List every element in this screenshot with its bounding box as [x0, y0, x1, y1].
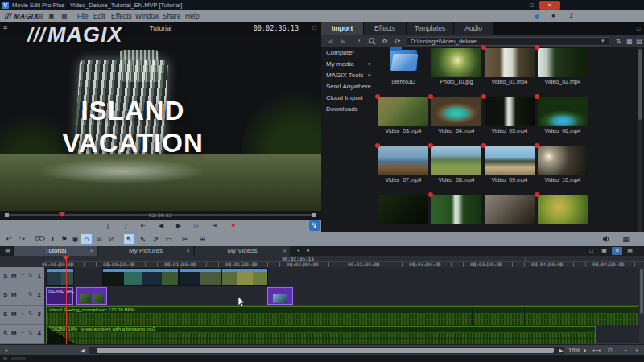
pin-icon[interactable]: ◻ — [636, 25, 641, 31]
solo-button[interactable]: S — [3, 272, 7, 279]
menu-help[interactable]: Help — [182, 10, 202, 22]
curve-icon[interactable]: ~ — [21, 311, 24, 316]
maximize-button[interactable]: □ — [525, 1, 538, 10]
preview-fullscreen-icon[interactable]: □ — [312, 24, 316, 31]
tree-item-magix-tools[interactable]: MAGIX Tools — [326, 71, 373, 80]
fade-in-handle[interactable] — [47, 327, 76, 344]
scrollbar-thumb[interactable] — [640, 269, 643, 314]
magnet-icon[interactable]: ∩ — [80, 233, 93, 245]
tree-item-computer[interactable]: Computer — [326, 48, 373, 58]
binoculars-icon[interactable]: ◉ — [69, 233, 81, 245]
jump-end-button[interactable]: ⇥ — [207, 220, 221, 231]
title-clip[interactable] — [76, 287, 107, 305]
zoom-in-button[interactable]: + — [633, 346, 641, 355]
track-size-icon[interactable]: ⇅ — [28, 311, 33, 317]
curve-icon[interactable]: ~ — [21, 330, 24, 335]
mouse-mode-range-icon[interactable]: ⇖ — [137, 233, 149, 245]
tab-import[interactable]: Import — [321, 22, 364, 35]
range-out-button[interactable]: ] — [118, 220, 133, 231]
timeline-tab-my-videos[interactable]: My Videos ✕ — [195, 246, 290, 256]
tab-effects[interactable]: Effects — [364, 22, 407, 35]
zoom-out-button[interactable]: − — [621, 346, 630, 355]
tab-list-caret-icon[interactable]: ▾ — [303, 247, 313, 255]
track-size-icon[interactable]: ⇅ — [28, 272, 33, 278]
scroll-left-icon[interactable]: ◀ — [79, 346, 87, 355]
mute-button[interactable]: M — [11, 330, 17, 337]
mute-button[interactable]: M — [11, 291, 17, 298]
upload-icon[interactable]: ↥ — [566, 11, 576, 21]
curve-icon[interactable]: ~ — [21, 291, 24, 297]
jump-start-button[interactable]: ⇤ — [136, 220, 151, 231]
bolt-icon[interactable]: ↯ — [309, 220, 320, 231]
previous-frame-button[interactable]: ◀ — [154, 220, 168, 231]
range-end-bracket[interactable]: ] — [524, 256, 527, 261]
music-clip[interactable]: Island Feeling_normal.mxc 120.00 BPM — [46, 306, 638, 324]
title-clip[interactable] — [267, 287, 293, 305]
mute-button[interactable]: M — [11, 272, 17, 279]
media-scrollbar[interactable] — [638, 47, 642, 232]
add-track-button[interactable]: + — [2, 346, 11, 355]
menu-file[interactable]: File — [74, 10, 92, 22]
chevron-down-icon[interactable]: ▾ — [368, 71, 371, 80]
video-clip[interactable] — [179, 268, 221, 286]
sort-icon[interactable]: ⇅ — [613, 36, 624, 47]
delete-icon[interactable]: ⌦ — [34, 233, 46, 245]
path-caret-icon[interactable]: ▾ — [601, 38, 605, 44]
zoom-caret-icon[interactable]: ▾ — [581, 346, 588, 355]
back-icon[interactable]: ◀ — [324, 36, 336, 47]
close-icon[interactable]: ✕ — [186, 246, 190, 256]
mute-button[interactable]: M — [11, 311, 17, 318]
storyboard-mode-icon[interactable]: □ — [586, 247, 597, 255]
gear-icon[interactable]: ⚙ — [379, 36, 390, 47]
tab-templates[interactable]: Templates — [407, 22, 454, 35]
video-clip[interactable] — [221, 268, 268, 286]
timeline-tab-tutorial[interactable]: Tutorial ✕ — [14, 246, 97, 256]
undo-icon[interactable]: ↶ — [2, 233, 14, 245]
mouse-mode-group-icon[interactable]: ⇗ — [150, 233, 162, 245]
menu-window[interactable]: Window — [132, 10, 163, 22]
record-screen-icon[interactable]: ● — [548, 11, 559, 21]
playhead-line[interactable] — [66, 256, 67, 344]
minimize-button[interactable]: – — [512, 1, 525, 10]
new-project-icon[interactable]: ▤ — [35, 11, 45, 21]
zoom-level[interactable]: 16% — [568, 347, 580, 354]
scrub-playhead[interactable] — [59, 212, 65, 217]
path-field[interactable] — [407, 37, 609, 46]
tab-audio[interactable]: Audio — [454, 22, 493, 35]
arrangement-menu-icon[interactable]: ▤ — [2, 247, 13, 255]
video-clip[interactable] — [102, 268, 179, 286]
open-project-icon[interactable]: ▣ — [47, 11, 56, 21]
preview-scrubber[interactable]: 02:36:13 — [0, 211, 321, 220]
refresh-icon[interactable]: ⟳ — [392, 36, 403, 47]
tree-item-cloud-import[interactable]: Cloud Import — [326, 93, 373, 103]
object-grid-icon[interactable]: ⊞ — [196, 233, 208, 245]
razor-icon[interactable]: ✂ — [179, 233, 191, 245]
range-select-icon[interactable]: ▭ — [163, 233, 175, 245]
close-icon[interactable]: ✕ — [89, 246, 93, 256]
link-icon[interactable]: ∞ — [93, 233, 105, 245]
speaker-icon[interactable] — [600, 233, 612, 245]
title-tool-icon[interactable]: T — [47, 233, 59, 245]
menu-effects[interactable]: Effects — [108, 10, 135, 22]
solo-button[interactable]: S — [3, 330, 7, 337]
video-clip[interactable] — [46, 268, 74, 286]
menu-edit[interactable]: Edit — [90, 10, 109, 22]
hscroll-thumb[interactable] — [97, 348, 554, 353]
next-frame-button[interactable]: ▷ — [189, 220, 204, 231]
forward-icon[interactable]: ▶ — [337, 36, 349, 47]
tree-item-downloads[interactable]: Downloads — [326, 105, 373, 114]
zoom-range-icon[interactable]: ⊡ — [605, 346, 615, 355]
search-icon[interactable] — [366, 36, 378, 47]
close-button[interactable]: ✕ — [539, 1, 560, 10]
ambience-clip[interactable]: 100280_10%_forest ambient with a birdson… — [46, 326, 596, 343]
chevron-down-icon[interactable]: ▾ — [368, 60, 371, 69]
unlink-icon[interactable]: ⊘ — [105, 233, 118, 245]
timeline-tab-my-pictures[interactable]: My Pictures ✕ — [98, 246, 193, 256]
range-in-button[interactable]: [ — [101, 220, 115, 231]
burn-icon[interactable]: ▦ — [60, 11, 69, 21]
solo-button[interactable]: S — [3, 311, 7, 318]
fit-width-icon[interactable]: ⟷ — [592, 346, 601, 355]
menu-share[interactable]: Share — [159, 10, 184, 22]
track-scrollbar[interactable] — [639, 267, 644, 344]
tree-item-my-media[interactable]: My media — [326, 60, 373, 69]
